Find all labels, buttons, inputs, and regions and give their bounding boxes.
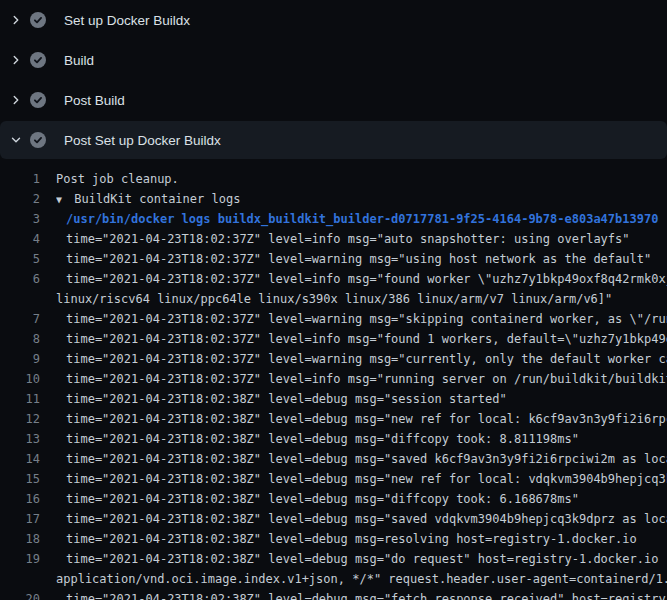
line-number[interactable]: 11 [0, 389, 40, 409]
log-text: time="2021-04-23T18:02:37Z" level=warnin… [56, 309, 667, 329]
log-line: 1Post job cleanup. [0, 169, 667, 189]
log-line: 15time="2021-04-23T18:02:38Z" level=debu… [0, 469, 667, 489]
log-text: linux/riscv64 linux/ppc64le linux/s390x … [56, 289, 667, 309]
log-text: time="2021-04-23T18:02:38Z" level=debug … [56, 509, 667, 529]
line-number[interactable]: 3 [0, 209, 40, 229]
log-line: 7time="2021-04-23T18:02:37Z" level=warni… [0, 309, 667, 329]
line-number[interactable]: 2 [0, 189, 40, 209]
log-text: time="2021-04-23T18:02:37Z" level=info m… [56, 229, 667, 249]
line-number[interactable]: 4 [0, 229, 40, 249]
log-text: time="2021-04-23T18:02:38Z" level=debug … [56, 449, 667, 469]
log-line: 16time="2021-04-23T18:02:38Z" level=debu… [0, 489, 667, 509]
actions-log-page: { "colors": { "background": "#0a0c10", "… [0, 0, 667, 600]
line-number[interactable]: 7 [0, 309, 40, 329]
step-list: Set up Docker BuildxBuildPost BuildPost … [0, 0, 667, 159]
chevron-down-icon[interactable] [9, 133, 23, 147]
log-text: time="2021-04-23T18:02:37Z" level=warnin… [56, 249, 667, 269]
log-viewer: 1Post job cleanup.2▼ BuildKit container … [0, 160, 667, 600]
line-number[interactable]: 6 [0, 269, 40, 289]
line-number[interactable]: 17 [0, 509, 40, 529]
line-number[interactable]: 14 [0, 449, 40, 469]
log-text: time="2021-04-23T18:02:37Z" level=warnin… [56, 349, 667, 369]
log-line: 8time="2021-04-23T18:02:37Z" level=info … [0, 329, 667, 349]
log-line: 19time="2021-04-23T18:02:38Z" level=debu… [0, 549, 667, 569]
log-line: 11time="2021-04-23T18:02:38Z" level=debu… [0, 389, 667, 409]
log-line-wrap: linux/riscv64 linux/ppc64le linux/s390x … [0, 289, 667, 309]
check-circle-icon [30, 52, 46, 68]
log-text: time="2021-04-23T18:02:38Z" level=debug … [56, 409, 667, 429]
log-line: 5time="2021-04-23T18:02:37Z" level=warni… [0, 249, 667, 269]
log-text: Post job cleanup. [56, 169, 667, 189]
log-line: 6time="2021-04-23T18:02:37Z" level=info … [0, 269, 667, 289]
log-line: 3/usr/bin/docker logs buildx_buildkit_bu… [0, 209, 667, 229]
log-line: 20time="2021-04-23T18:02:38Z" level=debu… [0, 589, 667, 600]
line-number[interactable]: 18 [0, 529, 40, 549]
line-number[interactable]: 9 [0, 349, 40, 369]
line-number[interactable] [0, 289, 40, 309]
log-text: time="2021-04-23T18:02:37Z" level=info m… [56, 329, 667, 349]
chevron-right-icon[interactable] [9, 13, 23, 27]
log-text: time="2021-04-23T18:02:37Z" level=info m… [56, 269, 667, 289]
log-text: time="2021-04-23T18:02:38Z" level=debug … [56, 389, 667, 409]
group-caret-icon[interactable]: ▼ [56, 190, 67, 209]
log-command-text: /usr/bin/docker logs buildx_buildkit_bui… [56, 209, 667, 229]
log-line: 14time="2021-04-23T18:02:38Z" level=debu… [0, 449, 667, 469]
step-row-build[interactable]: Build [0, 40, 667, 80]
log-text: application/vnd.oci.image.index.v1+json,… [56, 569, 667, 589]
log-line: 2▼ BuildKit container logs [0, 189, 667, 209]
check-circle-icon [30, 92, 46, 108]
line-number[interactable]: 20 [0, 589, 40, 600]
check-circle-icon [30, 132, 46, 148]
log-line: 10time="2021-04-23T18:02:37Z" level=info… [0, 369, 667, 389]
line-number[interactable]: 19 [0, 549, 40, 569]
group-title: BuildKit container logs [67, 192, 240, 206]
step-row-set-up-docker-buildx[interactable]: Set up Docker Buildx [0, 0, 667, 40]
log-text: time="2021-04-23T18:02:38Z" level=debug … [56, 549, 667, 569]
step-label: Post Build [64, 93, 125, 108]
line-number[interactable]: 12 [0, 409, 40, 429]
log-line: 12time="2021-04-23T18:02:38Z" level=debu… [0, 409, 667, 429]
log-line: 9time="2021-04-23T18:02:37Z" level=warni… [0, 349, 667, 369]
log-line: 13time="2021-04-23T18:02:38Z" level=debu… [0, 429, 667, 449]
step-label: Build [64, 53, 94, 68]
step-row-post-build[interactable]: Post Build [0, 80, 667, 120]
step-label: Post Set up Docker Buildx [64, 133, 221, 148]
line-number[interactable]: 5 [0, 249, 40, 269]
line-number[interactable]: 16 [0, 489, 40, 509]
log-line-wrap: application/vnd.oci.image.index.v1+json,… [0, 569, 667, 589]
line-number[interactable]: 15 [0, 469, 40, 489]
log-text: time="2021-04-23T18:02:38Z" level=debug … [56, 469, 667, 489]
log-text[interactable]: ▼ BuildKit container logs [56, 189, 667, 209]
check-circle-icon [30, 12, 46, 28]
log-text: time="2021-04-23T18:02:37Z" level=info m… [56, 369, 667, 389]
step-label: Set up Docker Buildx [64, 13, 190, 28]
line-number[interactable]: 1 [0, 169, 40, 189]
line-number[interactable]: 10 [0, 369, 40, 389]
log-text: time="2021-04-23T18:02:38Z" level=debug … [56, 529, 667, 549]
log-text: time="2021-04-23T18:02:38Z" level=debug … [56, 589, 667, 600]
log-text: time="2021-04-23T18:02:38Z" level=debug … [56, 429, 667, 449]
step-row-post-set-up-docker-buildx[interactable]: Post Set up Docker Buildx [0, 121, 667, 159]
log-line: 18time="2021-04-23T18:02:38Z" level=debu… [0, 529, 667, 549]
log-line: 4time="2021-04-23T18:02:37Z" level=info … [0, 229, 667, 249]
log-line: 17time="2021-04-23T18:02:38Z" level=debu… [0, 509, 667, 529]
line-number[interactable]: 8 [0, 329, 40, 349]
log-text: time="2021-04-23T18:02:38Z" level=debug … [56, 489, 667, 509]
chevron-right-icon[interactable] [9, 53, 23, 67]
line-number[interactable]: 13 [0, 429, 40, 449]
chevron-right-icon[interactable] [9, 93, 23, 107]
line-number[interactable] [0, 569, 40, 589]
